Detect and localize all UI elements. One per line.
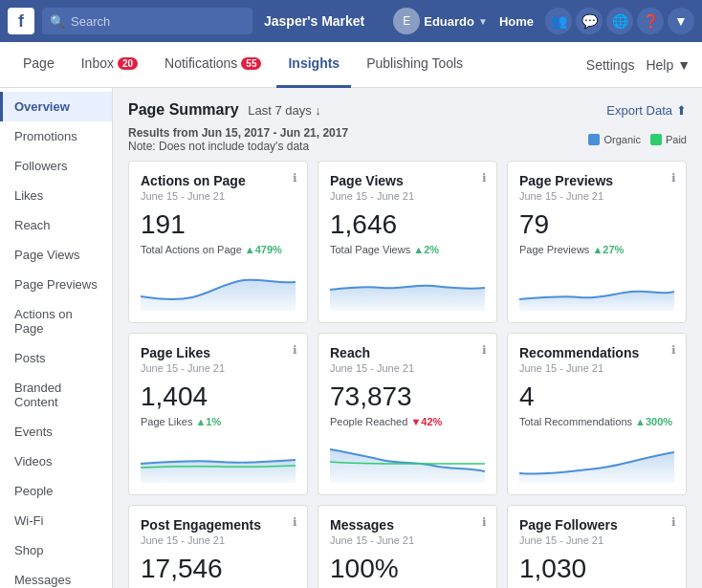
card-1-chart bbox=[141, 263, 296, 311]
sidebar: Overview Promotions Followers Likes Reac… bbox=[0, 88, 113, 588]
page-nav-insights[interactable]: Insights bbox=[276, 42, 351, 88]
summary-header: Page Summary Last 7 days ↓ Export Data ⬆ bbox=[128, 101, 687, 119]
sidebar-item-wifi[interactable]: Wi-Fi bbox=[0, 506, 112, 535]
card-5-value: 73,873 bbox=[330, 381, 485, 412]
page-summary-title: Page Summary bbox=[128, 101, 239, 118]
export-data-link[interactable]: Export Data ⬆ bbox=[606, 103, 687, 118]
inbox-badge: 20 bbox=[118, 57, 138, 70]
card-info-icon-6[interactable]: ℹ bbox=[671, 343, 676, 357]
card-8-value: 100% bbox=[330, 554, 485, 584]
card-7-date: June 15 - June 21 bbox=[141, 534, 296, 546]
globe-icon[interactable]: 🌐 bbox=[606, 8, 633, 34]
sidebar-item-actions[interactable]: Actions on Page bbox=[0, 299, 112, 343]
sidebar-item-people[interactable]: People bbox=[0, 476, 112, 506]
card-info-icon-7[interactable]: ℹ bbox=[293, 515, 297, 529]
settings-link[interactable]: Settings bbox=[586, 57, 635, 73]
sidebar-item-posts[interactable]: Posts bbox=[0, 343, 112, 373]
card-messages: ℹ Messages June 15 - June 21 100% Respon… bbox=[318, 505, 497, 588]
fb-logo: f bbox=[8, 8, 34, 34]
sidebar-item-videos[interactable]: Videos bbox=[0, 446, 112, 476]
card-3-title: Page Previews bbox=[519, 173, 674, 188]
help-link[interactable]: Help ▼ bbox=[646, 57, 691, 73]
card-2-value: 1,646 bbox=[330, 209, 485, 240]
card-info-icon-4[interactable]: ℹ bbox=[293, 343, 297, 357]
question-icon[interactable]: ❓ bbox=[637, 8, 664, 34]
card-1-date: June 15 - June 21 bbox=[141, 190, 296, 202]
card-4-label: Page Likes ▲1% bbox=[141, 416, 296, 427]
search-input[interactable] bbox=[71, 14, 245, 29]
search-bar[interactable]: 🔍 bbox=[42, 8, 252, 34]
card-5-date: June 15 - June 21 bbox=[330, 362, 485, 374]
card-7-title: Post Engagements bbox=[141, 517, 296, 533]
card-page-followers: ℹ Page Followers June 15 - June 21 1,030… bbox=[507, 505, 687, 588]
chat-icon[interactable]: 💬 bbox=[576, 8, 603, 34]
chart-legend: Organic Paid bbox=[588, 134, 687, 145]
card-3-date: June 15 - June 21 bbox=[519, 190, 674, 202]
sidebar-item-page-views[interactable]: Page Views bbox=[0, 240, 112, 270]
summary-title-area: Page Summary Last 7 days ↓ bbox=[128, 101, 321, 119]
sidebar-item-events[interactable]: Events bbox=[0, 417, 112, 446]
sidebar-item-branded[interactable]: Branded Content bbox=[0, 373, 112, 417]
card-page-previews: ℹ Page Previews June 15 - June 21 79 Pag… bbox=[507, 161, 687, 323]
sidebar-item-messages[interactable]: Messages bbox=[0, 565, 112, 588]
card-info-icon-8[interactable]: ℹ bbox=[482, 515, 487, 529]
card-3-change: ▲27% bbox=[592, 244, 624, 255]
card-info-icon-5[interactable]: ℹ bbox=[482, 343, 487, 357]
card-9-title: Page Followers bbox=[519, 517, 674, 533]
page-nav-publishing[interactable]: Publishing Tools bbox=[355, 42, 474, 88]
card-4-change: ▲1% bbox=[195, 416, 221, 427]
card-2-change: ▲2% bbox=[413, 244, 439, 255]
card-4-chart bbox=[141, 435, 296, 483]
card-3-label: Page Previews ▲27% bbox=[519, 244, 674, 255]
date-info: Results from Jun 15, 2017 - Jun 21, 2017… bbox=[128, 126, 687, 153]
card-info-icon-3[interactable]: ℹ bbox=[671, 171, 676, 185]
friends-icon[interactable]: 👥 bbox=[545, 8, 572, 34]
menu-icon[interactable]: ▼ bbox=[668, 8, 694, 34]
sidebar-item-shop[interactable]: Shop bbox=[0, 535, 112, 565]
main-content: Page Summary Last 7 days ↓ Export Data ⬆… bbox=[113, 88, 702, 588]
card-7-value: 17,546 bbox=[141, 554, 296, 584]
notifications-badge: 55 bbox=[241, 57, 261, 70]
user-name[interactable]: Eduardo bbox=[424, 14, 474, 29]
card-1-label: Total Actions on Page ▲479% bbox=[141, 244, 296, 255]
sidebar-item-overview[interactable]: Overview bbox=[0, 92, 112, 121]
search-icon: 🔍 bbox=[50, 14, 65, 29]
page-nav: Page Inbox 20 Notifications 55 Insights … bbox=[0, 42, 702, 88]
legend-organic: Organic bbox=[588, 134, 641, 145]
sidebar-item-promotions[interactable]: Promotions bbox=[0, 121, 112, 151]
page-name: Jasper's Market bbox=[264, 13, 364, 29]
page-nav-page[interactable]: Page bbox=[11, 42, 66, 88]
card-8-title: Messages bbox=[330, 517, 485, 533]
sidebar-item-reach[interactable]: Reach bbox=[0, 210, 112, 240]
card-page-views: ℹ Page Views June 15 - June 21 1,646 Tot… bbox=[318, 161, 497, 323]
card-6-label: Total Recommendations ▲300% bbox=[519, 416, 674, 427]
card-info-icon-9[interactable]: ℹ bbox=[671, 515, 676, 529]
card-2-title: Page Views bbox=[330, 173, 485, 188]
card-9-value: 1,030 bbox=[519, 554, 674, 584]
page-nav-inbox[interactable]: Inbox 20 bbox=[70, 42, 149, 88]
export-icon: ⬆ bbox=[676, 103, 687, 118]
card-4-date: June 15 - June 21 bbox=[141, 362, 296, 374]
card-info-icon-2[interactable]: ℹ bbox=[482, 171, 487, 185]
card-5-title: Reach bbox=[330, 345, 485, 360]
card-page-likes: ℹ Page Likes June 15 - June 21 1,404 Pag… bbox=[128, 333, 308, 495]
sidebar-item-followers[interactable]: Followers bbox=[0, 151, 112, 181]
legend-paid: Paid bbox=[650, 134, 687, 145]
card-6-chart bbox=[519, 435, 674, 483]
card-reach: ℹ Reach June 15 - June 21 73,873 People … bbox=[318, 333, 497, 495]
page-nav-notifications[interactable]: Notifications 55 bbox=[153, 42, 273, 88]
card-3-chart bbox=[519, 263, 674, 311]
card-9-date: June 15 - June 21 bbox=[519, 534, 674, 546]
card-4-title: Page Likes bbox=[141, 345, 296, 360]
card-2-label: Total Page Views ▲2% bbox=[330, 244, 485, 255]
card-2-chart bbox=[330, 263, 485, 311]
card-info-icon-1[interactable]: ℹ bbox=[293, 171, 297, 185]
summary-period[interactable]: Last 7 days ↓ bbox=[248, 103, 321, 118]
sidebar-item-likes[interactable]: Likes bbox=[0, 181, 112, 210]
card-post-engagements: ℹ Post Engagements June 15 - June 21 17,… bbox=[128, 505, 308, 588]
card-5-chart bbox=[330, 435, 485, 483]
sidebar-item-page-previews[interactable]: Page Previews bbox=[0, 270, 112, 299]
card-6-value: 4 bbox=[519, 381, 674, 412]
home-link[interactable]: Home bbox=[492, 14, 541, 29]
user-dropdown-icon[interactable]: ▼ bbox=[478, 16, 488, 27]
